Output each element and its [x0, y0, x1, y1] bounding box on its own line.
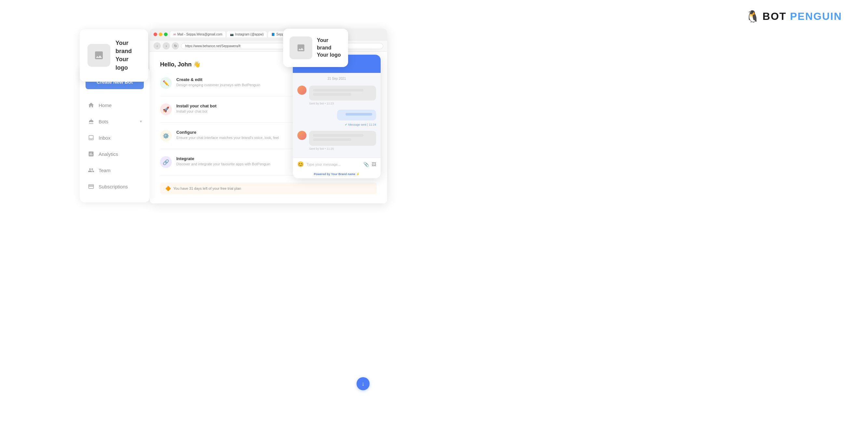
back-button[interactable]: ‹ — [154, 42, 161, 50]
scroll-down-button[interactable]: ↓ — [356, 377, 370, 390]
chat-panel: 21 Sep 2021 Sent by bot • 11:23 ✔ Messag… — [293, 55, 381, 178]
chat-input[interactable]: Type your message... — [307, 162, 361, 166]
skeleton-line — [313, 138, 351, 141]
chat-avatar-1 — [297, 86, 307, 95]
sidebar-item-bots[interactable]: Bots ▾ — [80, 113, 150, 129]
brand-name-left: Your brand Your logo — [116, 39, 140, 72]
tab-instagram[interactable]: 📷 Instagram (@appw) — [227, 31, 267, 37]
chevron-down-icon: ↓ — [362, 381, 365, 387]
bots-icon — [88, 118, 95, 125]
mail-tab-icon: ✉ — [174, 33, 176, 36]
chat-message-sent: ✔ Message sent | 11:24 — [297, 110, 376, 126]
tab-instagram-label: Instagram (@appw) — [235, 33, 264, 36]
brand-name-footer: Your Brand name — [331, 173, 355, 176]
step-install-desc: Install your chat bot — [176, 109, 217, 113]
botpenguin-logo: 🐧 BOT PENGUIN — [745, 10, 842, 24]
sidebar-label-team: Team — [99, 168, 111, 173]
chat-bubble-1: Sent by bot • 11:23 — [309, 86, 376, 105]
brand-logo-placeholder-right — [289, 36, 312, 59]
step-configure-title: Configure — [176, 130, 279, 135]
sidebar-panel: Create New Bot Home Bots ▾ Inbox Analyti… — [80, 67, 150, 203]
browser-tabs: ✉ Mail - Seppa.Wera@gmail.com 📷 Instagra… — [170, 31, 383, 37]
sidebar-label-bots: Bots — [99, 119, 108, 124]
balance-tab-icon: 📘 — [271, 33, 275, 36]
skeleton-line — [313, 93, 351, 96]
logo-penguin-text: PENGUIN — [790, 10, 842, 22]
trial-text: You have 31 days left of your free trial… — [174, 186, 241, 190]
brand-card-right: Your brand Your logo — [283, 29, 348, 67]
home-icon — [88, 101, 95, 109]
emoji-button[interactable]: 😊 — [297, 161, 304, 167]
instagram-tab-icon: 📷 — [230, 33, 234, 36]
step-configure-icon: ⚙️ — [160, 130, 172, 142]
chat-input-area: 😊 Type your message... 📎 🖼 — [293, 157, 381, 171]
brand-card-left: Your brand Your logo — [80, 29, 148, 82]
chat-messages: Sent by bot • 11:23 ✔ Message sent | 11:… — [293, 83, 381, 157]
chevron-right-icon: ▾ — [140, 119, 142, 124]
logo-penguin-icon: 🐧 — [745, 10, 760, 24]
browser-nav-bar: ‹ › ↻ https://www.behance.net/Seppawera/… — [150, 40, 387, 52]
image-icon-right — [297, 43, 306, 52]
inbox-icon — [88, 134, 95, 141]
attachment-button[interactable]: 📎 — [363, 162, 369, 167]
image-button[interactable]: 🖼 — [372, 162, 376, 167]
sidebar-item-subscriptions[interactable]: Subscriptions — [80, 178, 150, 194]
sidebar-item-analytics[interactable]: Analytics — [80, 146, 150, 162]
step-integrate-desc: Discover and integrate your favourite ap… — [176, 162, 270, 166]
step-install-icon: 🚀 — [160, 103, 172, 115]
chat-sent-label-2: ✔ Message sent | 11:24 — [297, 123, 376, 126]
step-create-title: Create & edit — [176, 77, 260, 82]
footer-star-icon: ⚡ — [356, 173, 360, 176]
step-integrate-icon: 🔗 — [160, 156, 172, 168]
skeleton-line — [313, 134, 363, 137]
step-create-icon: ✏️ — [160, 77, 172, 89]
chat-footer: Powered by Your Brand name ⚡ — [293, 171, 381, 178]
sidebar-label-subscriptions: Subscriptions — [99, 184, 128, 189]
trial-notice: 🔶 You have 31 days left of your free tri… — [160, 183, 377, 194]
tab-mail[interactable]: ✉ Mail - Seppa.Wera@gmail.com — [170, 31, 225, 37]
chat-date: 21 Sep 2021 — [293, 73, 381, 83]
sidebar-item-team[interactable]: Team — [80, 162, 150, 178]
sidebar-label-analytics: Analytics — [99, 151, 118, 157]
brand-logo-placeholder-left — [88, 44, 110, 67]
chat-sent-label-3: Sent by bot • 11:25 — [309, 147, 376, 150]
sidebar-label-home: Home — [99, 102, 112, 108]
brand-name-right: Your brand Your logo — [317, 37, 342, 59]
sidebar-item-inbox[interactable]: Inbox — [80, 129, 150, 146]
chat-sent-label-1: Sent by bot • 11:23 — [309, 102, 376, 105]
step-install-title: Install your chat bot — [176, 103, 217, 109]
forward-button[interactable]: › — [163, 42, 170, 50]
tab-mail-label: Mail - Seppa.Wera@gmail.com — [177, 33, 222, 36]
close-dot[interactable] — [154, 33, 157, 36]
sidebar-label-inbox: Inbox — [99, 135, 111, 141]
analytics-icon — [88, 150, 95, 157]
skeleton-line — [345, 113, 372, 116]
maximize-dot[interactable] — [164, 33, 167, 36]
team-icon — [88, 166, 95, 174]
browser-traffic-lights — [154, 33, 167, 36]
chat-message-received-1: Sent by bot • 11:23 — [297, 86, 376, 105]
powered-by-text: Powered by — [314, 173, 331, 176]
step-configure-desc: Ensure your chat interface matches your … — [176, 136, 279, 140]
chat-bubble-2: Sent by bot • 11:25 — [309, 131, 376, 150]
browser-tab-bar: ✉ Mail - Seppa.Wera@gmail.com 📷 Instagra… — [150, 29, 387, 40]
subscriptions-icon — [88, 183, 95, 190]
refresh-button[interactable]: ↻ — [172, 42, 179, 50]
minimize-dot[interactable] — [159, 33, 162, 36]
chat-message-received-2: Sent by bot • 11:25 — [297, 131, 376, 150]
image-icon-left — [94, 50, 104, 61]
logo-bot-text: BOT — [763, 10, 787, 22]
check-icon: ✔ — [345, 123, 347, 126]
skeleton-line — [313, 89, 363, 91]
sidebar-item-home[interactable]: Home — [80, 97, 150, 113]
step-create-desc: Design engaging customer journeys with B… — [176, 83, 260, 87]
trial-icon: 🔶 — [165, 186, 171, 191]
chat-avatar-2 — [297, 131, 307, 140]
step-integrate-title: Integrate — [176, 156, 270, 161]
url-bar[interactable]: https://www.behance.net/Seppawera/lt — [181, 43, 383, 49]
